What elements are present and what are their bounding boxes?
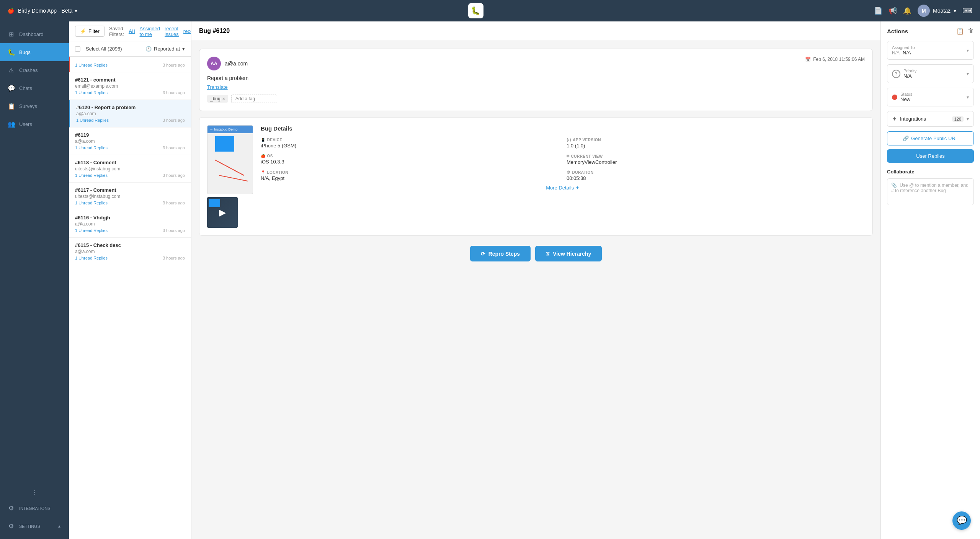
repro-steps-button[interactable]: ⟳ Repro Steps [470, 246, 531, 261]
sidebar-item-label: Chats [19, 85, 32, 91]
user-replies-button[interactable]: User Replies [887, 149, 974, 163]
copy-icon[interactable]: 📋 [956, 28, 964, 35]
os-label: 🍎 OS [261, 154, 559, 158]
list-item[interactable]: 1 Unread Replies 3 hours ago [69, 57, 191, 72]
list-item[interactable]: #6117 - Comment uitests@instabug.com 1 U… [69, 183, 191, 210]
chevron-down-icon: ▾ [75, 8, 77, 14]
username: Moataz [933, 8, 951, 14]
sidebar: ⊞ Dashboard 🐛 Bugs ⚠ Crashes 💬 Chats 📋 S… [0, 21, 69, 539]
integrations-count: 120 [952, 116, 964, 122]
bug-id-title: Bug #6120 [199, 28, 230, 34]
select-all[interactable]: Select All (2096) [75, 46, 122, 52]
current-view-value: MemoryViewController [567, 159, 865, 165]
floating-chat-button[interactable]: 💬 [952, 511, 971, 530]
filter-label: Filter [88, 28, 100, 34]
chevron-down-icon: ▾ [182, 46, 185, 52]
select-all-checkbox[interactable] [75, 46, 80, 52]
sidebar-item-users[interactable]: 👥 Users [0, 115, 69, 133]
list-item[interactable]: #6121 - comment email@example.com 1 Unre… [69, 72, 191, 100]
filter-assigned[interactable]: Assigned to me [140, 26, 160, 37]
document-icon[interactable]: 📄 [874, 7, 882, 15]
app-version-label: ⟨/⟩ APP VERSION [567, 138, 865, 142]
chevron-down-icon: ▾ [967, 71, 969, 77]
chats-icon: 💬 [8, 85, 15, 92]
status-dropdown[interactable]: Status New ▾ [887, 88, 974, 106]
bugs-icon: 🐛 [8, 49, 15, 56]
sidebar-item-dashboard[interactable]: ⊞ Dashboard [0, 25, 69, 43]
priority-dropdown[interactable]: ? Priority N/A ▾ [887, 64, 974, 83]
sidebar-item-integrations[interactable]: ⚙ INTEGRATIONS [0, 499, 69, 517]
app-selector[interactable]: Birdy Demo App - Beta ▾ [18, 8, 77, 14]
filter-recent-issues[interactable]: recent issues [165, 26, 179, 37]
screenshot-area: ← Instabug Demo ▶ [207, 125, 253, 228]
assigned-to-dropdown[interactable]: Assigned To N/A N/A ▾ [887, 41, 974, 60]
bug-title: #6117 - Comment [75, 187, 185, 193]
paperclip-icon: 📎 [891, 183, 897, 188]
unread-replies: 1 Unread Replies [75, 145, 108, 150]
bug-list: 1 Unread Replies 3 hours ago #6121 - com… [69, 57, 191, 539]
time: 3 hours ago [163, 256, 185, 260]
integrations-dropdown[interactable]: ✦ Integrations 120 ▾ [887, 111, 974, 127]
reporter-email: a@a.com [225, 60, 248, 67]
location-icon: 📍 [261, 170, 266, 175]
info-location: 📍 LOCATION N/A, Egypt [261, 170, 559, 181]
add-tag-input[interactable] [231, 95, 277, 103]
sidebar-item-bugs[interactable]: 🐛 Bugs [0, 43, 69, 61]
filter-recent[interactable]: recent [183, 28, 191, 34]
info-current-view: ⧉ CURRENT VIEW MemoryViewController [567, 154, 865, 165]
delete-icon[interactable]: 🗑 [968, 28, 974, 35]
list-item[interactable]: #6120 - Report a problem a@a.com 1 Unrea… [69, 100, 191, 127]
user-chevron-icon: ▾ [954, 8, 956, 14]
collaborate-input[interactable]: 📎 Use @ to mention a member, and # to re… [887, 178, 974, 205]
user-info[interactable]: M Moataz ▾ [918, 5, 956, 17]
app-version-value: 1.0 (1.0) [567, 143, 865, 149]
keyboard-icon[interactable]: ⌨ [962, 7, 972, 15]
current-view-label: ⧉ CURRENT VIEW [567, 154, 865, 158]
report-card: AA a@a.com 📅 Feb 6, 2018 11:59:06 AM Rep… [199, 49, 873, 111]
tag-label: _bug [210, 96, 220, 101]
translate-link[interactable]: Translate [207, 84, 865, 90]
list-item[interactable]: #6118 - Comment uitests@instabug.com 1 U… [69, 155, 191, 183]
video-thumbnail[interactable]: ▶ [207, 197, 238, 228]
sidebar-item-settings[interactable]: ⚙ SETTINGS ▲ [0, 517, 69, 535]
device-label: 📱 DEVICE [261, 138, 559, 142]
actions-title: Actions [887, 28, 908, 34]
list-item[interactable]: #6116 - Vhdgjh a@a.com 1 Unread Replies … [69, 210, 191, 238]
bug-list-panel: ⚡ Filter Saved Filters: All Assigned to … [69, 21, 191, 539]
list-item[interactable]: #6115 - Check desc a@a.com 1 Unread Repl… [69, 238, 191, 265]
apple-icon: 🍎 [8, 8, 14, 14]
filter-button[interactable]: ⚡ Filter [75, 26, 105, 37]
content: ⚡ Filter Saved Filters: All Assigned to … [69, 21, 980, 539]
bug-email: a@a.com [75, 249, 185, 254]
app-name: Birdy Demo App - Beta [18, 8, 72, 14]
sidebar-item-surveys[interactable]: 📋 Surveys [0, 97, 69, 115]
info-duration: ⏱ DURATION 00:05:38 [567, 170, 865, 181]
sidebar-more[interactable]: ⋮ [0, 485, 69, 499]
saved-filters-label: Saved Filters: [109, 26, 124, 37]
sidebar-item-label: Dashboard [19, 31, 44, 37]
screenshot-image[interactable]: ← Instabug Demo [207, 125, 253, 194]
play-icon: ▶ [219, 207, 226, 218]
filter-all[interactable]: All [129, 28, 135, 34]
speaker-icon[interactable]: 📢 [889, 7, 897, 15]
more-details-link[interactable]: More Details ✦ [261, 181, 865, 194]
sidebar-item-crashes[interactable]: ⚠ Crashes [0, 61, 69, 79]
report-message: Report a problem [207, 75, 865, 81]
device-value: iPhone 5 (GSM) [261, 143, 559, 149]
bug-email: uitests@instabug.com [75, 166, 185, 172]
bell-icon[interactable]: 🔔 [903, 7, 911, 15]
tag-close-icon[interactable]: ✕ [222, 97, 225, 101]
reporter-avatar: AA [207, 57, 221, 70]
view-hierarchy-button[interactable]: ⧖ View Hierarchy [535, 246, 602, 261]
priority-label: Priority [903, 69, 964, 73]
generate-url-button[interactable]: 🔗 Generate Public URL [887, 131, 974, 145]
bug-email: uitests@instabug.com [75, 194, 185, 199]
bug-detail-content: AA a@a.com 📅 Feb 6, 2018 11:59:06 AM Rep… [191, 41, 880, 539]
priority-value: N/A [903, 73, 964, 79]
reported-at-sort[interactable]: 🕐 Reported at ▾ [145, 46, 185, 52]
sidebar-item-chats[interactable]: 💬 Chats [0, 79, 69, 97]
topbar-left: 🍎 Birdy Demo App - Beta ▾ [8, 8, 77, 14]
list-item[interactable]: #6119 a@a.com 1 Unread Replies 3 hours a… [69, 127, 191, 155]
time: 3 hours ago [163, 118, 185, 122]
select-all-label: Select All (2096) [86, 46, 122, 52]
